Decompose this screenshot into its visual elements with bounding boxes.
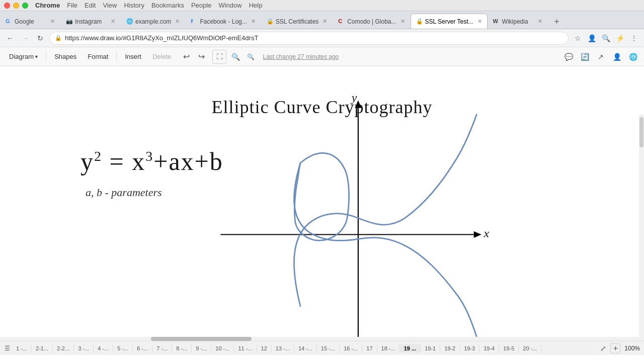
instagram-favicon: 📷 [66,18,73,25]
tab-example-close[interactable]: ✕ [175,18,180,25]
page-item-p25[interactable]: 19-5 [499,344,519,352]
page-item-p15[interactable]: 14 -... [294,344,317,352]
page-fit-button[interactable]: ⤢ [598,343,608,353]
zoom-in-button[interactable]: 🔍 [228,50,243,64]
last-change-timestamp[interactable]: Last change 27 minutes ago [263,53,339,60]
page-item-p1[interactable]: 1 -... [12,344,32,352]
page-item-p5[interactable]: 4 -... [94,344,113,352]
format-label: Format [88,53,108,60]
forward-button[interactable]: → [19,32,31,44]
tab-instagram[interactable]: 📷 Instagram ✕ [60,14,121,29]
back-button[interactable]: ← [4,32,16,44]
reload-button[interactable]: ↻ [34,32,46,44]
svg-marker-1 [474,231,481,238]
tab-ssl-cert-close[interactable]: ✕ [323,18,327,25]
tab-example[interactable]: 🌐 example.com ✕ [121,14,185,29]
insert-button[interactable]: Insert [120,50,146,63]
page-item-p21[interactable]: 19-1 [421,344,440,352]
bookmark-icon[interactable]: ☆ [572,32,584,44]
menu-help[interactable]: Help [249,2,263,9]
menu-people[interactable]: People [191,2,211,9]
page-item-p17[interactable]: 16 -... [340,344,362,352]
vertical-scrollbar[interactable] [639,115,644,337]
more-icon[interactable]: ⋮ [628,32,640,44]
page-item-p7[interactable]: 6 -... [133,344,152,352]
redo-button[interactable]: ↪ [194,50,208,64]
comment-icon[interactable]: 💬 [561,50,576,64]
diagram-menu[interactable]: Diagram ▾ [4,50,43,63]
page-item-p18[interactable]: 17 [362,344,377,352]
globe-icon[interactable]: 🌐 [626,50,640,64]
menu-file[interactable]: File [67,2,77,9]
page-list: 1 -...2-1...2-2...3 -...4 -...5 -...6 -.… [12,344,598,352]
page-item-p10[interactable]: 9 -... [192,344,211,352]
page-item-p22[interactable]: 19-2 [440,344,460,352]
tab-comodo[interactable]: C Comodo | Globa... ✕ [333,14,410,29]
delete-button[interactable]: Delete [147,50,177,63]
tab-ssl-cert[interactable]: 🔒 SSL Certificates ✕ [261,14,333,29]
add-page-button[interactable]: + [610,343,620,353]
page-item-p24[interactable]: 19-4 [479,344,499,352]
menu-window[interactable]: Window [218,2,242,9]
page-item-p19[interactable]: 18 -... [377,344,400,352]
new-tab-button[interactable]: + [550,15,564,29]
tab-google-close[interactable]: ✕ [50,18,55,25]
tab-wikipedia-title: Wikipedia [502,18,534,25]
tab-wikipedia-close[interactable]: ✕ [538,18,542,25]
minimize-button[interactable] [13,3,19,9]
tab-comodo-title: Comodo | Globa... [347,18,396,25]
share-icon[interactable]: ↗ [594,50,608,64]
profile-icon[interactable]: 👤 [610,50,624,64]
page-item-p20[interactable]: 19 ... [400,344,421,352]
x-axis-label: x [483,227,489,240]
sidebar-toggle[interactable]: ☰ [2,343,12,353]
tab-comodo-close[interactable]: ✕ [400,18,405,25]
page-item-p11[interactable]: 10 -... [211,344,234,352]
page-item-p16[interactable]: 15 -... [317,344,340,352]
menu-history[interactable]: History [124,2,144,9]
fit-page-button[interactable]: ⛶ [212,50,226,64]
search-icon[interactable]: 🔍 [600,32,612,44]
tab-facebook-close[interactable]: ✕ [251,18,256,25]
shapes-label: Shapes [54,53,76,60]
format-button[interactable]: Format [83,50,113,63]
hscrollbar-thumb[interactable] [151,337,252,341]
page-item-p12[interactable]: 11 -... [234,344,257,352]
tab-ssl-server[interactable]: 🔒 SSL Server Test... ✕ [411,14,488,29]
tab-wikipedia[interactable]: W Wikipedia ✕ [488,14,548,29]
hscrollbar-track[interactable] [0,337,644,341]
tab-instagram-close[interactable]: ✕ [111,18,115,25]
page-item-p23[interactable]: 19-3 [460,344,479,352]
page-item-p8[interactable]: 7 -... [152,344,172,352]
tab-ssl-server-close[interactable]: ✕ [477,18,482,25]
canvas-area[interactable]: Elliptic Curve Cryptography y2 = x3+ax+b… [0,66,644,337]
undo-button[interactable]: ↩ [179,50,193,64]
page-item-p14[interactable]: 13 -... [272,344,294,352]
address-field[interactable]: 🔒 https://www.draw.io/#G1R8AZyXo_mIZLIUQ… [49,32,569,45]
menu-view[interactable]: View [103,2,117,9]
y-axis-label: y [350,92,357,104]
profile-icon[interactable]: 👤 [586,32,598,44]
menu-edit[interactable]: Edit [85,2,96,9]
menu-bookmarks[interactable]: Bookmarks [151,2,184,9]
zoom-out-button[interactable]: 🔍 [244,50,258,64]
page-item-p13[interactable]: 12 [257,344,272,352]
page-item-p2[interactable]: 2-1... [32,344,53,352]
page-item-p4[interactable]: 3 -... [74,344,94,352]
shapes-button[interactable]: Shapes [49,50,82,63]
page-item-p6[interactable]: 5 -... [113,344,133,352]
page-item-p26[interactable]: 20 -... [519,344,541,352]
page-item-p9[interactable]: 8 -... [172,344,192,352]
page-item-p3[interactable]: 2-2... [53,344,74,352]
addressbar-right: ☆ 👤 🔍 ⚡ ⋮ [572,32,640,44]
extensions-icon[interactable]: ⚡ [614,32,626,44]
tabbar: G Google ✕ 📷 Instagram ✕ 🌐 example.com ✕… [0,11,644,29]
maximize-button[interactable] [22,3,28,9]
undo-redo-group: ↩ ↪ [179,50,208,64]
tab-facebook[interactable]: f Facebook - Log... ✕ [185,14,261,29]
sync-icon[interactable]: 🔄 [578,50,592,64]
app-name: Chrome [35,2,60,9]
tab-google[interactable]: G Google ✕ [0,14,60,29]
vscrollbar-thumb[interactable] [639,117,643,147]
close-button[interactable] [4,3,10,9]
